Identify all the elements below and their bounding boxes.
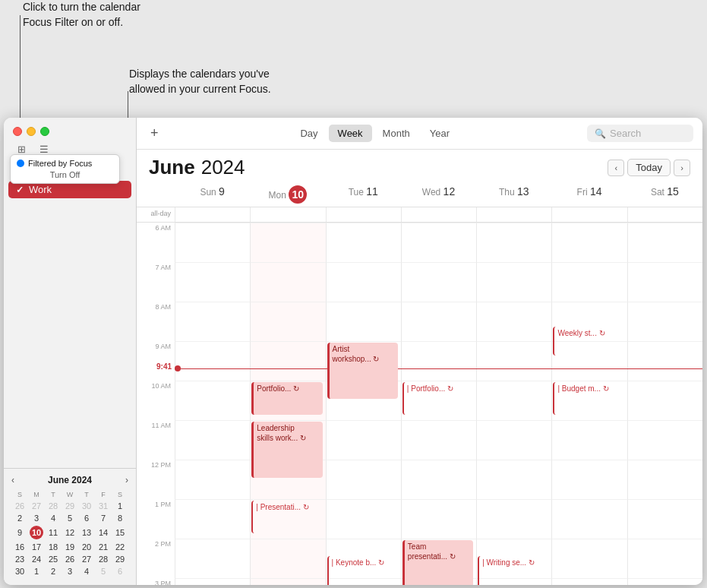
time-cell	[551, 223, 627, 262]
time-label: 1 PM	[137, 499, 175, 539]
mini-cal-day[interactable]: 12	[62, 524, 78, 541]
window-controls	[4, 118, 136, 142]
maximize-button[interactable]	[40, 127, 49, 136]
mini-cal-day[interactable]: 14	[95, 524, 112, 541]
mini-cal-day[interactable]: 19	[62, 541, 78, 553]
time-cell	[627, 499, 702, 539]
current-time-indicator: 9:41	[137, 368, 702, 371]
calendar-event[interactable]: Team presentati... ↻	[402, 540, 473, 585]
mini-cal-day[interactable]: 26	[62, 553, 78, 565]
time-cell	[476, 302, 551, 341]
mini-cal-day[interactable]: 11	[45, 524, 62, 541]
mini-cal-day[interactable]: 24	[28, 553, 45, 565]
time-label: 11 AM	[137, 420, 175, 460]
mini-cal-day[interactable]: 26	[11, 500, 28, 512]
current-time-label: 9:41	[137, 362, 175, 371]
mini-cal-day[interactable]: 28	[95, 553, 112, 565]
mini-cal-prev-icon[interactable]: ‹	[11, 475, 14, 485]
mini-cal-day[interactable]: 9	[11, 524, 28, 541]
mini-cal-next-icon[interactable]: ›	[125, 475, 128, 485]
time-cell	[175, 539, 250, 578]
mini-cal-day[interactable]: 15	[112, 524, 128, 541]
day-header-sat: Sat 15	[627, 182, 702, 207]
tab-week[interactable]: Week	[329, 125, 372, 142]
current-time-line	[175, 368, 250, 369]
calendar-event[interactable]: | Keynote b... ↻	[327, 556, 398, 585]
mini-cal-day[interactable]: 8	[112, 512, 128, 524]
mini-cal-day[interactable]: 28	[45, 500, 62, 512]
mini-cal-grid: S M T W T F S 26272829303112345678910111…	[11, 489, 128, 577]
time-grid[interactable]: 6 AM7 AM8 AM9 AM10 AM11 AM12 PM1 PM2 PM3…	[137, 223, 702, 585]
today-button[interactable]: Today	[627, 159, 671, 176]
mini-cal-day[interactable]: 2	[11, 512, 28, 524]
mini-cal-day[interactable]: 29	[112, 553, 128, 565]
mini-cal-day[interactable]: 30	[11, 565, 28, 577]
time-cell	[401, 499, 476, 539]
time-cell	[627, 302, 702, 341]
allday-cell-tue	[326, 207, 401, 222]
mini-cal-day[interactable]: 18	[45, 541, 62, 553]
mini-cal-day[interactable]: 3	[62, 565, 78, 577]
mini-cal-day[interactable]: 2	[45, 565, 62, 577]
mini-cal-day[interactable]: 1	[28, 565, 45, 577]
mini-cal-day[interactable]: 17	[28, 541, 45, 553]
calendar-event[interactable]: | Portfolio... ↻	[402, 382, 473, 415]
mini-cal-day[interactable]: 21	[95, 541, 112, 553]
time-cell	[401, 460, 476, 499]
mini-cal-day[interactable]: 13	[78, 524, 95, 541]
calendar-event[interactable]: Leadership skills work... ↻	[251, 422, 322, 478]
time-label: 12 PM	[137, 460, 175, 499]
time-cell	[551, 578, 627, 585]
mini-cal-day[interactable]: 23	[11, 553, 28, 565]
mini-cal-day[interactable]: 4	[45, 512, 62, 524]
mini-cal-day[interactable]: 5	[62, 512, 78, 524]
mini-cal-day[interactable]: 27	[78, 553, 95, 565]
mini-cal-day[interactable]: 7	[95, 512, 112, 524]
time-cell	[250, 262, 325, 302]
focus-filter-popup[interactable]: Filtered by Focus Turn Off	[10, 154, 120, 184]
mini-cal-day[interactable]: 1	[112, 500, 128, 512]
prev-week-button[interactable]: ‹	[608, 160, 624, 176]
calendar-event[interactable]: Portfolio... ↻	[251, 382, 322, 415]
calendar-event[interactable]: Artist workshop... ↻	[327, 343, 398, 399]
mini-cal-day[interactable]: 25	[45, 553, 62, 565]
add-event-button[interactable]: +	[146, 124, 163, 143]
close-button[interactable]	[13, 127, 22, 136]
day-header-wed: Wed 12	[401, 182, 476, 207]
mini-cal-day[interactable]: 27	[28, 500, 45, 512]
next-week-button[interactable]: ›	[674, 160, 690, 176]
mini-cal-day[interactable]: 6	[112, 565, 128, 577]
mini-cal-day[interactable]: 29	[62, 500, 78, 512]
allday-cell-wed	[401, 207, 476, 222]
mini-cal-day[interactable]: 30	[78, 500, 95, 512]
time-cell	[250, 578, 325, 585]
mini-cal-day[interactable]: 22	[112, 541, 128, 553]
tab-month[interactable]: Month	[374, 125, 419, 142]
time-cell	[627, 578, 702, 585]
calendar-event[interactable]: | Writing se... ↻	[478, 556, 548, 585]
annotation-tooltip-2: Displays the calendars you've allowed in…	[129, 67, 271, 96]
mini-cal-day[interactable]: 5	[95, 565, 112, 577]
mini-cal-day[interactable]: 16	[11, 541, 28, 553]
tab-year[interactable]: Year	[421, 125, 459, 142]
calendar-event[interactable]: Weekly st... ↻	[553, 327, 623, 356]
focus-turnoff-label[interactable]: Turn Off	[17, 170, 113, 179]
mini-cal-dow-mon: M	[28, 489, 45, 500]
nav-today: ‹ Today ›	[608, 159, 690, 176]
toolbar: + Day Week Month Year 🔍 Search	[137, 118, 702, 150]
minimize-button[interactable]	[27, 127, 36, 136]
calendar-event[interactable]: | Budget m... ↻	[553, 382, 623, 415]
tab-day[interactable]: Day	[291, 125, 327, 142]
time-cell	[326, 302, 401, 341]
calendar-event[interactable]: | Presentati... ↻	[251, 501, 322, 533]
mini-cal-day[interactable]: 31	[95, 500, 112, 512]
search-bar[interactable]: 🔍 Search	[587, 125, 693, 142]
mini-cal-day[interactable]: 4	[78, 565, 95, 577]
time-cell	[250, 341, 325, 381]
mini-cal-day[interactable]: 3	[28, 512, 45, 524]
mini-cal-day[interactable]: 20	[78, 541, 95, 553]
mini-cal-day[interactable]: 10	[28, 524, 45, 541]
mini-cal-day[interactable]: 6	[78, 512, 95, 524]
month-header: June 2024 ‹ Today ›	[137, 150, 702, 182]
time-cell	[401, 223, 476, 262]
